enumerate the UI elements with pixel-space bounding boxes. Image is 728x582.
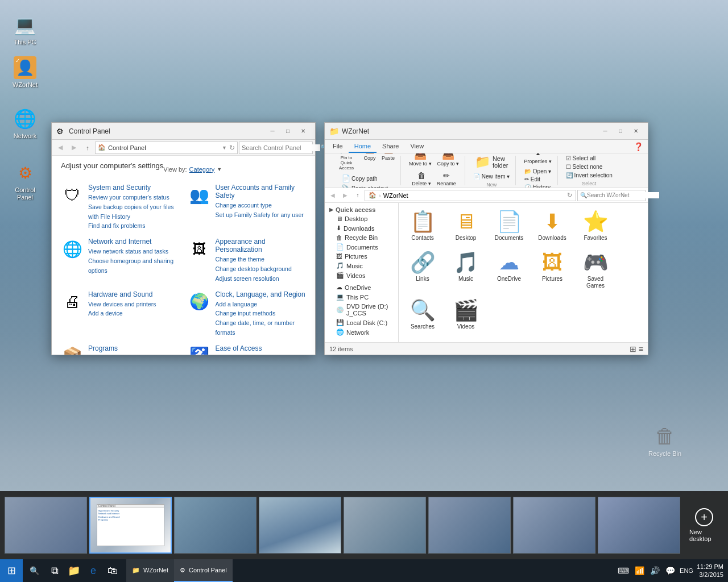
cp-address-bar[interactable]: 🏠 Control Panel ▼ ↻: [95, 142, 238, 154]
file-item-contacts[interactable]: 📋 Contacts: [403, 207, 442, 244]
file-item-downloads[interactable]: ⬇ Downloads: [533, 207, 572, 244]
taskbar-search-btn[interactable]: 🔍: [25, 562, 43, 580]
fe-sidebar-item-local-disk[interactable]: 💾 Local Disk (C:): [325, 318, 398, 327]
fe-tab-file[interactable]: File: [327, 140, 349, 153]
preview-thumb-1[interactable]: [5, 497, 87, 554]
cp-refresh-icon[interactable]: ↻: [229, 144, 235, 152]
fe-view-large-icon[interactable]: ⊞: [630, 344, 636, 354]
ribbon-btn-move-to[interactable]: 📤 Move to ▾: [407, 153, 434, 168]
ribbon-btn-open[interactable]: 📂 Open ▾: [522, 168, 553, 175]
hardware-title[interactable]: Hardware and Sound: [88, 290, 179, 298]
desktop-icon-network[interactable]: 🌐 Network: [5, 105, 46, 142]
taskbar-app-store[interactable]: 🛍: [104, 562, 122, 580]
cp-link-fix-problems[interactable]: Find and fix problems: [88, 221, 179, 231]
file-item-videos[interactable]: 🎬 Videos: [446, 296, 485, 332]
ribbon-btn-paste[interactable]: 📋 Paste: [379, 153, 397, 172]
cp-link-suggest[interactable]: Let Windows suggest settings: [216, 354, 307, 355]
fe-view-detail-icon[interactable]: ≡: [639, 344, 643, 354]
ribbon-btn-new-folder[interactable]: 📁 Newfolder: [473, 153, 511, 171]
system-security-title[interactable]: System and Security: [88, 184, 179, 192]
fe-sidebar-item-music[interactable]: 🎵 Music: [325, 261, 398, 271]
fe-forward-btn[interactable]: ▶: [340, 190, 351, 201]
file-item-documents[interactable]: 📄 Documents: [490, 207, 528, 244]
cp-back-btn[interactable]: ◀: [54, 142, 67, 154]
cp-link-review-status[interactable]: Review your computer's status: [88, 193, 179, 202]
ribbon-btn-history[interactable]: 🕐 History: [522, 184, 553, 188]
ribbon-btn-select-none[interactable]: ☐ Select none: [564, 163, 615, 171]
fe-address-bar[interactable]: 🏠 › WZorNet ↻: [365, 190, 576, 201]
preview-thumb-3[interactable]: [174, 497, 257, 554]
fe-sidebar-item-this-pc[interactable]: 💻 This PC: [325, 292, 398, 302]
cp-link-wallpaper[interactable]: Change desktop background: [216, 264, 307, 274]
ribbon-btn-delete[interactable]: 🗑 Delete ▾: [410, 170, 433, 188]
taskbar-app-ie[interactable]: e: [84, 562, 102, 580]
cp-link-change-account[interactable]: Change account type: [216, 201, 307, 210]
fe-search-bar[interactable]: 🔍: [577, 190, 646, 201]
fe-quick-access-header[interactable]: ▶ Quick access: [325, 205, 398, 214]
ease-title[interactable]: Ease of Access: [216, 344, 307, 352]
taskbar-btn-wzornet[interactable]: 📁 WZorNet: [126, 559, 174, 582]
appearance-title[interactable]: Appearance and Personalization: [216, 238, 307, 253]
fe-address-refresh[interactable]: ↻: [567, 192, 572, 199]
desktop-icon-this-pc[interactable]: 💻 This PC: [5, 11, 46, 48]
ribbon-btn-copy-path[interactable]: 📄Copy path: [340, 174, 390, 183]
preview-thumb-4[interactable]: [259, 497, 341, 554]
cp-search-bar[interactable]: 🔍: [239, 142, 313, 154]
cp-forward-btn[interactable]: ▶: [68, 142, 80, 154]
control-panel-close-btn[interactable]: ✕: [296, 126, 311, 137]
cp-search-input[interactable]: [242, 144, 320, 151]
cp-link-datetime[interactable]: Change date, time, or number formats: [216, 318, 307, 338]
fe-sidebar-item-pictures[interactable]: 🖼 Pictures: [325, 252, 398, 261]
preview-thumb-8[interactable]: [598, 497, 680, 554]
ribbon-btn-select-all[interactable]: ☑ Select all: [564, 155, 615, 162]
fe-sidebar-item-videos[interactable]: 🎬 Videos: [325, 271, 398, 280]
file-item-links[interactable]: 🔗 Links: [403, 248, 442, 292]
fe-up-btn[interactable]: ↑: [352, 190, 363, 201]
file-item-favorites[interactable]: ⭐ Favorites: [576, 207, 615, 244]
fe-sidebar-item-desktop[interactable]: 🖥 Desktop: [325, 214, 398, 223]
ribbon-btn-edit[interactable]: ✏ Edit: [522, 176, 553, 183]
file-item-saved-games[interactable]: 🎮 Saved Games: [576, 248, 615, 292]
taskbar-app-file-explorer[interactable]: 📁: [65, 562, 83, 580]
cp-link-backup[interactable]: Save backup copies of your files with Fi…: [88, 202, 179, 222]
tray-notification-icon[interactable]: 💬: [664, 565, 676, 576]
taskbar-start-button[interactable]: ⊞: [0, 559, 23, 582]
control-panel-maximize-btn[interactable]: □: [280, 126, 295, 137]
fe-tab-share[interactable]: Share: [377, 140, 404, 153]
desktop-icon-wzornet[interactable]: ✓ 👤 WZorNet: [5, 54, 46, 91]
cp-link-input[interactable]: Change input methods: [216, 309, 307, 318]
preview-thumb-7[interactable]: [513, 497, 595, 554]
fe-search-input[interactable]: [587, 192, 659, 198]
fe-sidebar-item-documents[interactable]: 📄 Documents: [325, 242, 398, 252]
wzornet-maximize-btn[interactable]: □: [613, 126, 628, 137]
preview-thumb-2[interactable]: Control Panel System and SecurityNetwork…: [89, 497, 172, 554]
taskbar-btn-control-panel[interactable]: ⚙ Control Panel: [174, 559, 233, 582]
clock-title[interactable]: Clock, Language, and Region: [216, 290, 307, 298]
network-title[interactable]: Network and Internet: [88, 238, 179, 246]
file-item-searches[interactable]: 🔍 Searches: [403, 296, 442, 332]
desktop-icon-recycle-bin[interactable]: 🗑 Recycle Bin: [644, 423, 685, 460]
taskbar-app-task-view[interactable]: ⧉: [46, 562, 64, 580]
cp-link-resolution[interactable]: Adjust screen resolution: [216, 274, 307, 284]
cp-link-devices[interactable]: View devices and printers: [88, 300, 179, 309]
ribbon-btn-pin[interactable]: 📌 Pin to Quick Access: [333, 153, 360, 172]
tray-clock[interactable]: 11:29 PM 3/2/2015: [697, 563, 723, 579]
desktop-icon-control-panel[interactable]: ⚙ Control Panel: [5, 159, 46, 203]
cp-link-network-status[interactable]: View network status and tasks: [88, 247, 179, 256]
tray-sound-icon[interactable]: 🔊: [649, 565, 661, 576]
preview-thumb-5[interactable]: [344, 497, 426, 554]
fe-sidebar-item-dvd[interactable]: 💿 DVD Drive (D:) J_CCS: [325, 302, 398, 318]
file-item-pictures[interactable]: 🖼 Pictures: [533, 248, 572, 292]
fe-tab-home[interactable]: Home: [349, 140, 377, 153]
ribbon-btn-rename[interactable]: ✏ Rename: [435, 170, 458, 188]
cp-view-dropdown-icon[interactable]: ▼: [217, 167, 222, 172]
programs-title[interactable]: Programs: [88, 344, 179, 352]
preview-thumb-6[interactable]: [428, 497, 511, 554]
tray-keyboard-icon[interactable]: ⌨: [617, 565, 630, 576]
cp-link-theme[interactable]: Change the theme: [216, 255, 307, 264]
fe-sidebar-item-downloads[interactable]: ⬇ Downloads: [325, 223, 398, 233]
ribbon-btn-copy-to[interactable]: 📥 Copy to ▾: [435, 153, 462, 168]
file-item-onedrive[interactable]: ☁ OneDrive: [490, 248, 528, 292]
cp-up-btn[interactable]: ↑: [81, 142, 94, 154]
file-item-desktop[interactable]: 🖥 Desktop: [446, 207, 485, 244]
